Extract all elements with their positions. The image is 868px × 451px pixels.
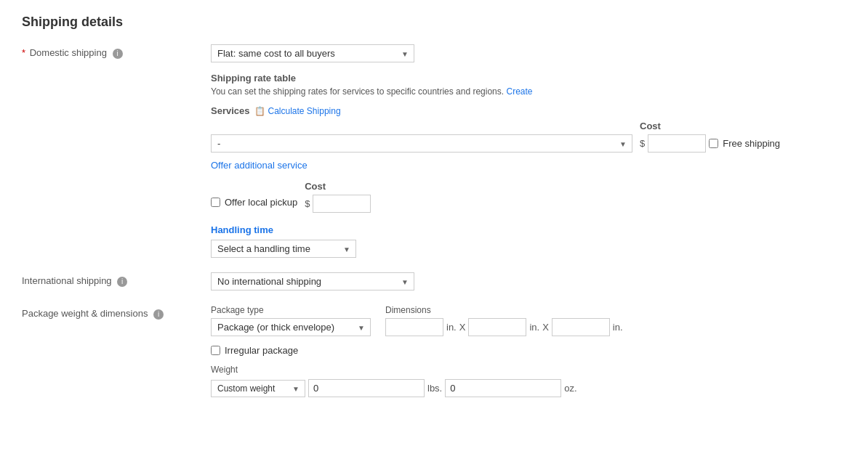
page-title: Shipping details [22,15,846,30]
weight-label: Weight [211,365,846,375]
weight-lbs-input[interactable] [308,379,425,397]
dim-unit-1: in. [446,322,457,333]
irregular-package-row: Irregular package [211,345,846,356]
free-shipping-row: Free shipping [709,138,780,149]
local-pickup-cost-input-group: $ [305,195,371,213]
weight-oz-input[interactable] [445,379,561,397]
dim-unit-2: in. [529,322,539,333]
cost-input-group: $ Free shipping [640,134,780,153]
free-shipping-checkbox[interactable] [709,139,718,148]
package-label-col: Package weight & dimensions i [22,305,211,397]
calc-shipping-text: Calculate Shipping [268,106,341,116]
weight-type-select[interactable]: Custom weight [211,380,305,397]
dimension-1-input[interactable] [385,318,443,336]
rate-table-desc: You can set the shipping rates for servi… [211,86,846,97]
weight-inputs: Custom weight ▼ lbs. oz. [211,379,846,397]
services-row: Services 📋 Calculate Shipping - ▼ Cost $ [211,105,846,153]
package-type-select[interactable]: Package (or thick envelope) [211,318,371,336]
local-pickup-row: Offer local pickup Cost $ [211,181,846,213]
services-label: Services [211,105,250,116]
domestic-shipping-select[interactable]: Flat: same cost to all buyers [211,44,414,62]
local-pickup-checkbox-label: Offer local pickup [211,197,297,208]
dimensions-col: Dimensions in. X in. X in. [385,305,623,336]
domestic-shipping-dropdown-wrapper: Flat: same cost to all buyers ▼ [211,44,414,62]
domestic-shipping-content: Flat: same cost to all buyers ▼ Shipping… [211,44,846,258]
dimensions-inputs: in. X in. X in. [385,318,623,336]
package-label: Package weight & dimensions [22,308,148,319]
free-shipping-label: Free shipping [723,138,780,149]
package-info-icon[interactable]: i [153,309,164,320]
local-pickup-cost-input[interactable] [313,195,371,213]
package-type-dropdown-wrapper: Package (or thick envelope) ▼ [211,318,371,336]
services-select-wrapper: - ▼ [211,134,632,153]
domestic-shipping-row: * Domestic shipping i Flat: same cost to… [22,44,846,258]
irregular-package-checkbox[interactable] [211,346,220,355]
offer-additional-link[interactable]: Offer additional service [211,160,308,171]
shipping-rate-table: Shipping rate table You can set the ship… [211,73,846,97]
handling-time-select[interactable]: Select a handling time [211,240,356,258]
required-marker: * [22,47,25,58]
weight-type-dropdown-wrapper: Custom weight ▼ [211,380,305,397]
international-shipping-label-col: International shipping i [22,272,211,290]
cost-dollar-sign: $ [640,138,645,149]
international-shipping-content: No international shipping ▼ [211,272,846,290]
local-pickup-dollar-sign: $ [305,198,310,209]
international-shipping-row: International shipping i No internationa… [22,272,846,290]
rate-desc-text: You can set the shipping rates for servi… [211,86,504,97]
weight-row: Weight Custom weight ▼ lbs. oz. [211,365,846,397]
lbs-label: lbs. [427,383,442,394]
local-pickup-cost-label: Cost [305,181,371,192]
international-shipping-dropdown-wrapper: No international shipping ▼ [211,272,414,290]
handling-time-dropdown-wrapper: Select a handling time ▼ [211,240,356,258]
local-pickup-cost: Cost $ [305,181,371,213]
international-shipping-label: International shipping [22,275,112,286]
package-type-label: Package type [211,305,371,315]
cost-label: Cost [640,121,780,131]
cost-input[interactable] [648,134,706,153]
package-type-row: Package type Package (or thick envelope)… [211,305,846,336]
domestic-shipping-info-icon[interactable]: i [113,49,123,59]
calc-icon: 📋 [254,106,265,116]
package-content: Package type Package (or thick envelope)… [211,305,846,397]
rate-table-create-link[interactable]: Create [506,86,532,97]
dim-unit-3: in. [613,322,623,333]
local-pickup-label: Offer local pickup [225,197,297,208]
rate-table-title: Shipping rate table [211,73,846,84]
dimension-2-input[interactable] [468,318,526,336]
services-label-row: Services 📋 Calculate Shipping [211,105,846,116]
international-shipping-info-icon[interactable]: i [117,277,127,287]
cross-1: X [459,322,466,333]
domestic-shipping-label: Domestic shipping [30,47,107,58]
calculate-shipping-link[interactable]: 📋 Calculate Shipping [254,106,341,116]
domestic-shipping-label-col: * Domestic shipping i [22,44,211,258]
handling-time-section: Handling time Select a handling time ▼ [211,224,846,258]
international-shipping-select[interactable]: No international shipping [211,272,414,290]
dimensions-label: Dimensions [385,305,623,315]
services-select[interactable]: - [211,134,632,153]
package-type-col: Package type Package (or thick envelope)… [211,305,371,336]
handling-time-label: Handling time [211,224,846,235]
oz-label: oz. [564,383,576,394]
local-pickup-checkbox[interactable] [211,198,220,207]
package-weight-dimensions-row: Package weight & dimensions i Package ty… [22,305,846,397]
services-cost-wrapper: - ▼ Cost $ Free shipping [211,121,846,153]
cost-group: Cost $ Free shipping [640,121,780,153]
irregular-package-label: Irregular package [225,345,298,356]
cross-2: X [542,322,549,333]
dimension-3-input[interactable] [552,318,610,336]
